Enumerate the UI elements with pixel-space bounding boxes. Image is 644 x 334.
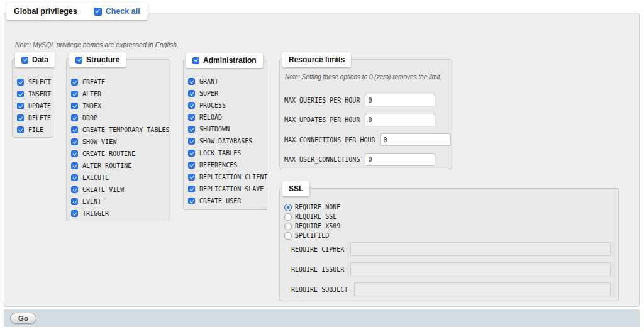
privilege-label: SHOW VIEW bbox=[82, 138, 116, 145]
privilege-checkbox-icon[interactable] bbox=[71, 126, 78, 133]
privilege-label: SELECT bbox=[28, 79, 51, 86]
ssl-option-row[interactable]: SPECIFIED bbox=[284, 231, 340, 240]
privilege-checkbox-icon[interactable] bbox=[188, 150, 195, 157]
privilege-checkbox-icon[interactable] bbox=[188, 102, 195, 109]
privilege-checkbox-row[interactable]: GRANT bbox=[184, 75, 267, 87]
privilege-label: REPLICATION SLAVE bbox=[199, 186, 264, 192]
privilege-checkbox-icon[interactable] bbox=[188, 78, 195, 85]
privilege-label: CREATE ROUTINE bbox=[82, 150, 135, 157]
privilege-checkbox-icon[interactable] bbox=[71, 79, 78, 86]
privilege-checkbox-icon[interactable] bbox=[71, 162, 78, 169]
ssl-field-input[interactable] bbox=[350, 242, 611, 256]
privilege-checkbox-row[interactable]: FILE bbox=[13, 124, 53, 136]
privilege-label: PROCESS bbox=[199, 102, 226, 109]
privilege-label: EVENT bbox=[82, 198, 101, 205]
privilege-checkbox-icon[interactable] bbox=[188, 198, 195, 204]
privilege-checkbox-row[interactable]: CREATE USER bbox=[184, 195, 267, 207]
privilege-label: FILE bbox=[28, 126, 43, 133]
privilege-checkbox-icon[interactable] bbox=[188, 90, 195, 97]
privilege-checkbox-row[interactable]: CREATE bbox=[67, 76, 170, 88]
privilege-checkbox-row[interactable]: RELOAD bbox=[184, 111, 267, 123]
privilege-checkbox-icon[interactable] bbox=[188, 162, 195, 169]
privilege-checkbox-icon[interactable] bbox=[71, 114, 78, 121]
ssl-fields: REQUIRE CIPHERREQUIRE ISSUERREQUIRE SUBJ… bbox=[291, 242, 611, 297]
resource-limit-input[interactable] bbox=[380, 133, 451, 146]
ssl-option-label: REQUIRE SSL bbox=[295, 213, 336, 220]
privilege-checkbox-icon[interactable] bbox=[71, 91, 78, 97]
privilege-checkbox-row[interactable]: REFERENCES bbox=[184, 159, 267, 171]
resource-limit-input[interactable] bbox=[365, 94, 435, 106]
privilege-checkbox-icon[interactable] bbox=[17, 114, 24, 121]
privilege-checkbox-row[interactable]: DELETE bbox=[13, 112, 53, 124]
privilege-group-legend: Structure bbox=[69, 52, 126, 67]
privilege-checkbox-icon[interactable] bbox=[71, 103, 78, 109]
ssl-radio-icon[interactable] bbox=[284, 232, 292, 240]
privilege-checkbox-row[interactable]: INSERT bbox=[13, 88, 53, 100]
privilege-checkbox-icon[interactable] bbox=[17, 79, 24, 86]
privilege-checkbox-row[interactable]: INDEX bbox=[67, 100, 170, 112]
check-all-control[interactable]: Check all bbox=[94, 7, 140, 16]
resource-limit-input[interactable] bbox=[365, 153, 435, 166]
privilege-rows: CREATEALTERINDEXDROPCREATE TEMPORARY TAB… bbox=[67, 60, 170, 220]
privilege-checkbox-icon[interactable] bbox=[188, 138, 195, 145]
privilege-checkbox-icon[interactable] bbox=[188, 174, 195, 181]
check-all-checkbox-icon[interactable] bbox=[94, 8, 102, 16]
privilege-checkbox-icon[interactable] bbox=[71, 138, 78, 145]
check-all-label: Check all bbox=[106, 7, 140, 16]
privilege-checkbox-row[interactable]: SHOW DATABASES bbox=[184, 135, 267, 147]
privilege-checkbox-row[interactable]: DROP bbox=[67, 112, 170, 124]
privilege-checkbox-row[interactable]: EXECUTE bbox=[67, 172, 170, 184]
privilege-checkbox-row[interactable]: SUPER bbox=[184, 87, 267, 99]
go-button[interactable]: Go bbox=[10, 313, 36, 324]
privilege-checkbox-row[interactable]: REPLICATION SLAVE bbox=[184, 183, 267, 195]
privilege-checkbox-row[interactable]: UPDATE bbox=[13, 100, 53, 112]
privilege-checkbox-icon[interactable] bbox=[71, 150, 78, 157]
privilege-label: LOCK TABLES bbox=[199, 150, 241, 157]
ssl-option-row[interactable]: REQUIRE NONE bbox=[284, 203, 340, 212]
privilege-checkbox-icon[interactable] bbox=[188, 186, 195, 192]
ssl-radio-icon[interactable] bbox=[284, 223, 292, 230]
ssl-field-input[interactable] bbox=[350, 262, 611, 276]
resource-limit-label: MAX CONNECTIONS PER HOUR bbox=[284, 136, 375, 143]
privilege-checkbox-icon[interactable] bbox=[188, 126, 195, 133]
group-check-all-checkbox[interactable] bbox=[192, 57, 199, 64]
ssl-option-row[interactable]: REQUIRE SSL bbox=[284, 212, 340, 221]
privilege-checkbox-icon[interactable] bbox=[17, 103, 24, 109]
ssl-field-label: REQUIRE ISSUER bbox=[291, 266, 344, 273]
ssl-field-input[interactable] bbox=[354, 282, 611, 296]
privilege-checkbox-icon[interactable] bbox=[71, 198, 78, 205]
privilege-checkbox-row[interactable]: TRIGGER bbox=[67, 208, 170, 220]
privilege-checkbox-icon[interactable] bbox=[71, 174, 78, 181]
resource-limits-note: Note: Setting these options to 0 (zero) … bbox=[285, 74, 442, 81]
group-check-all-checkbox[interactable] bbox=[75, 57, 82, 64]
privilege-label: DELETE bbox=[28, 114, 51, 121]
resource-limit-row: MAX UPDATES PER HOUR bbox=[284, 114, 448, 126]
privilege-checkbox-row[interactable]: LOCK TABLES bbox=[184, 147, 267, 159]
resource-limit-input[interactable] bbox=[365, 114, 435, 126]
privilege-checkbox-row[interactable]: SHOW VIEW bbox=[67, 136, 170, 148]
ssl-option-row[interactable]: REQUIRE X509 bbox=[284, 221, 340, 231]
privilege-checkbox-row[interactable]: PROCESS bbox=[184, 99, 267, 111]
privilege-checkbox-icon[interactable] bbox=[17, 91, 24, 97]
privilege-checkbox-row[interactable]: CREATE VIEW bbox=[67, 184, 170, 196]
privilege-checkbox-row[interactable]: ALTER ROUTINE bbox=[67, 160, 170, 172]
privilege-checkbox-row[interactable]: REPLICATION CLIENT bbox=[184, 171, 267, 183]
ssl-radio-icon[interactable] bbox=[284, 213, 292, 221]
privilege-checkbox-row[interactable]: CREATE TEMPORARY TABLES bbox=[67, 124, 170, 136]
privilege-checkbox-row[interactable]: CREATE ROUTINE bbox=[67, 148, 170, 160]
privilege-label: ALTER bbox=[82, 91, 101, 97]
privilege-checkbox-icon[interactable] bbox=[188, 114, 195, 121]
group-check-all-checkbox[interactable] bbox=[21, 57, 28, 64]
privilege-checkbox-icon[interactable] bbox=[17, 126, 24, 133]
resource-limit-fields: MAX QUERIES PER HOURMAX UPDATES PER HOUR… bbox=[284, 94, 448, 166]
privilege-rows: GRANTSUPERPROCESSRELOADSHUTDOWNSHOW DATA… bbox=[184, 60, 267, 207]
ssl-field-row: REQUIRE SUBJECT bbox=[291, 282, 611, 297]
privilege-checkbox-row[interactable]: EVENT bbox=[67, 196, 170, 208]
privilege-checkbox-row[interactable]: SELECT bbox=[13, 76, 53, 88]
privilege-label: INSERT bbox=[28, 91, 51, 97]
privilege-checkbox-icon[interactable] bbox=[71, 186, 78, 193]
privilege-checkbox-row[interactable]: ALTER bbox=[67, 88, 170, 100]
privilege-checkbox-row[interactable]: SHUTDOWN bbox=[184, 123, 267, 135]
ssl-radio-icon[interactable] bbox=[284, 204, 292, 211]
privilege-checkbox-icon[interactable] bbox=[71, 210, 78, 217]
